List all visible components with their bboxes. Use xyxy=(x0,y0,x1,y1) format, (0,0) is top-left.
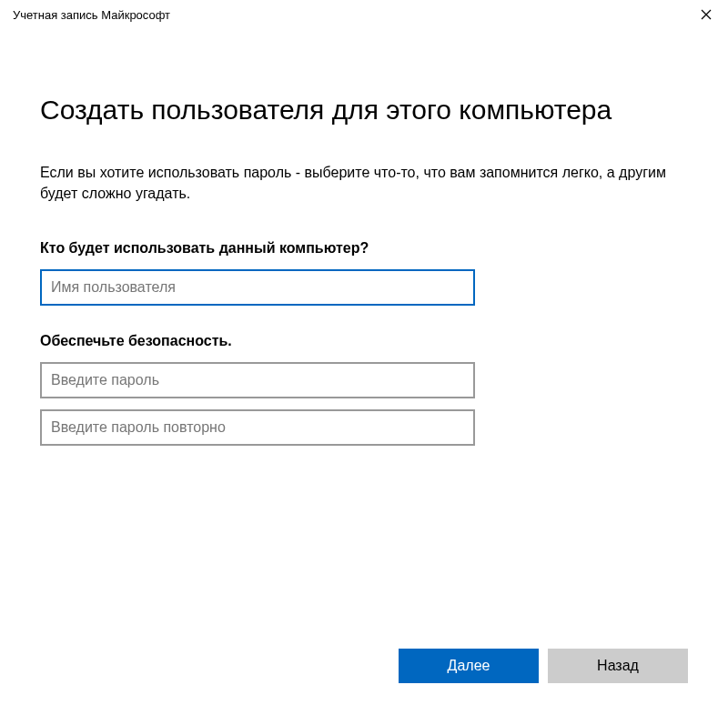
titlebar: Учетная запись Майкрософт xyxy=(0,0,728,29)
back-button[interactable]: Назад xyxy=(548,649,688,683)
username-input[interactable] xyxy=(40,269,475,306)
password-input[interactable] xyxy=(40,362,475,398)
main-content: Создать пользователя для этого компьютер… xyxy=(0,29,728,446)
password-confirm-input[interactable] xyxy=(40,409,475,446)
security-section-label: Обеспечьте безопасность. xyxy=(40,333,688,349)
close-icon xyxy=(701,9,712,20)
page-heading: Создать пользователя для этого компьютер… xyxy=(40,95,688,126)
close-button[interactable] xyxy=(695,4,717,25)
next-button[interactable]: Далее xyxy=(399,649,539,683)
username-section-label: Кто будет использовать данный компьютер? xyxy=(40,240,688,257)
window-title: Учетная запись Майкрософт xyxy=(13,8,170,22)
page-description: Если вы хотите использовать пароль - выб… xyxy=(40,162,677,204)
footer-buttons: Далее Назад xyxy=(399,649,688,683)
